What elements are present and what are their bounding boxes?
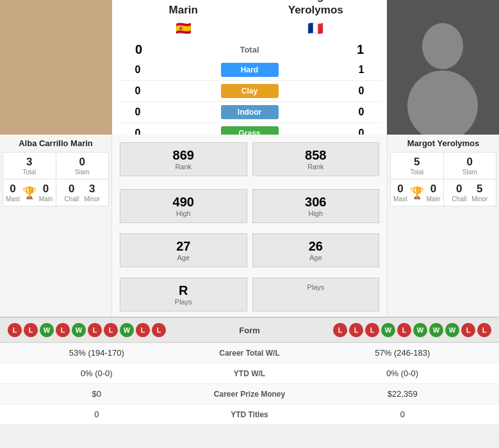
right-high-val: 306	[256, 195, 377, 210]
center-high-row: 490 High 306 High	[112, 184, 387, 228]
indoor-score-left: 0	[125, 106, 151, 118]
right-mast-cell: 0 Mast 🏆 0 Main	[391, 179, 443, 206]
page-container: Alba Carrillo Marin Margot Yerolymos 🇪🇸 …	[0, 0, 499, 425]
form-badge: W	[40, 323, 54, 337]
right-slam-lbl: Slam	[445, 169, 495, 176]
total-score-right: 1	[344, 42, 377, 57]
left-main-val: 0	[39, 183, 53, 195]
surface-block: 0 Hard 1 0 Clay 0 0 Indoor 0 0 Grass	[117, 60, 382, 144]
form-badge: W	[381, 323, 395, 337]
right-ytd-wl: 0% (0-0)	[314, 369, 492, 378]
form-badge: W	[429, 323, 443, 337]
form-badge: L	[365, 323, 379, 337]
left-player-photo	[0, 0, 112, 135]
right-mast-val: 0	[393, 183, 407, 195]
right-chall-val: 0	[452, 183, 466, 195]
right-high-box: 306 High	[252, 189, 380, 223]
form-badge: L	[24, 323, 38, 337]
ytd-wl-row: 0% (0-0) YTD W/L 0% (0-0)	[0, 363, 499, 384]
left-slam-lbl: Slam	[58, 169, 108, 176]
left-flag: 🇪🇸	[117, 21, 250, 36]
form-badge: W	[413, 323, 427, 337]
stats-rows: 53% (194-170) Career Total W/L 57% (246-…	[0, 343, 499, 425]
info-row: Alba Carrillo Marin 3 Total 0 Slam 0 Mas…	[0, 135, 499, 317]
right-stats-grid: 5 Total 0 Slam 0 Mast 🏆 0 Main	[390, 152, 496, 206]
right-minor-lbl: Minor	[471, 195, 487, 203]
right-slam-cell: 0 Slam	[444, 153, 496, 179]
left-slam-val: 0	[58, 156, 108, 169]
center-age-row: 27 Age 26 Age	[112, 228, 387, 272]
right-high-lbl: High	[256, 210, 377, 217]
form-badge: L	[136, 323, 150, 337]
form-badge: L	[397, 323, 411, 337]
right-total-val: 5	[392, 156, 442, 169]
left-total-val: 3	[4, 156, 54, 169]
left-mast-lbl: Mast	[6, 195, 20, 203]
right-player-name: Margot Yerolymos	[250, 0, 382, 17]
form-badge: L	[104, 323, 118, 337]
right-mast-lbl: Mast	[393, 195, 407, 203]
left-age-val: 27	[123, 239, 244, 254]
left-rank-lbl: Rank	[123, 163, 244, 170]
indoor-score-right: 0	[348, 106, 374, 118]
surface-row-hard: 0 Hard 1	[117, 60, 382, 81]
total-label: Total	[155, 45, 344, 54]
left-ytd-titles: 0	[8, 410, 186, 419]
top-row: Alba Carrillo Marin Margot Yerolymos 🇪🇸 …	[0, 0, 499, 135]
left-chall-cell: 0 Chall 3 Minor	[56, 179, 109, 206]
right-flag: 🇫🇷	[250, 21, 382, 36]
left-total-lbl: Total	[4, 169, 54, 176]
left-high-lbl: High	[123, 210, 244, 217]
prize-label: Career Prize Money	[186, 390, 314, 399]
left-ytd-wl: 0% (0-0)	[8, 369, 186, 378]
right-trophy-icon: 🏆	[410, 186, 424, 200]
indoor-label: Indoor	[151, 105, 348, 119]
left-minor-lbl: Minor	[84, 195, 100, 203]
top-center: Alba Carrillo Marin Margot Yerolymos 🇪🇸 …	[112, 0, 387, 135]
left-prize: $0	[8, 389, 186, 399]
right-slam-val: 0	[445, 156, 495, 169]
form-badge: W	[120, 323, 134, 337]
left-high-val: 490	[123, 195, 244, 210]
right-plays-box: Plays	[252, 278, 380, 311]
right-info-panel: Margot Yerolymos 5 Total 0 Slam 0 Mast 🏆	[387, 135, 499, 317]
right-chall-lbl: Chall	[452, 195, 466, 203]
center-rank-row: 869 Rank 858 Rank	[112, 135, 387, 184]
right-rank-box: 858 Rank	[252, 142, 380, 176]
hard-score-right: 1	[348, 64, 374, 76]
right-rank-lbl: Rank	[256, 163, 377, 170]
left-form-badges: LLWLWLLWLL	[8, 323, 211, 337]
left-age-lbl: Age	[123, 254, 244, 261]
form-badge: L	[88, 323, 102, 337]
form-badge: L	[333, 323, 347, 337]
prize-row: $0 Career Prize Money $22,359	[0, 384, 499, 404]
form-badge: L	[477, 323, 491, 337]
left-minor-val: 3	[84, 183, 100, 195]
right-age-lbl: Age	[256, 254, 377, 261]
surface-row-indoor: 0 Indoor 0	[117, 102, 382, 123]
svg-point-7	[422, 23, 463, 69]
ytd-titles-row: 0 YTD Titles 0	[0, 404, 499, 425]
left-plays-box: R Plays	[120, 278, 247, 311]
left-stats-grid: 3 Total 0 Slam 0 Mast 🏆 0 Main	[3, 152, 109, 206]
form-section: LLWLWLLWLL Form LLLWLWWWLL	[0, 317, 499, 343]
total-score-left: 0	[122, 42, 155, 57]
form-badge: W	[72, 323, 86, 337]
form-label: Form	[211, 326, 288, 335]
right-total-lbl: Total	[392, 169, 442, 176]
right-ytd-titles: 0	[314, 410, 492, 419]
left-mast-val: 0	[6, 183, 20, 195]
right-plays-lbl: Plays	[256, 283, 377, 291]
ytd-wl-label: YTD W/L	[186, 369, 314, 378]
form-badge: L	[152, 323, 166, 337]
left-plays-val: R	[123, 283, 244, 298]
hard-score-left: 0	[125, 64, 151, 76]
right-total-cell: 5 Total	[391, 153, 443, 179]
left-chall-lbl: Chall	[64, 195, 79, 203]
right-form-badges: LLLWLWWWLL	[288, 323, 492, 337]
left-info-panel: Alba Carrillo Marin 3 Total 0 Slam 0 Mas…	[0, 135, 112, 317]
form-badge: L	[8, 323, 22, 337]
clay-score-left: 0	[125, 85, 151, 97]
clay-score-right: 0	[348, 85, 374, 97]
right-minor-val: 5	[471, 183, 487, 195]
